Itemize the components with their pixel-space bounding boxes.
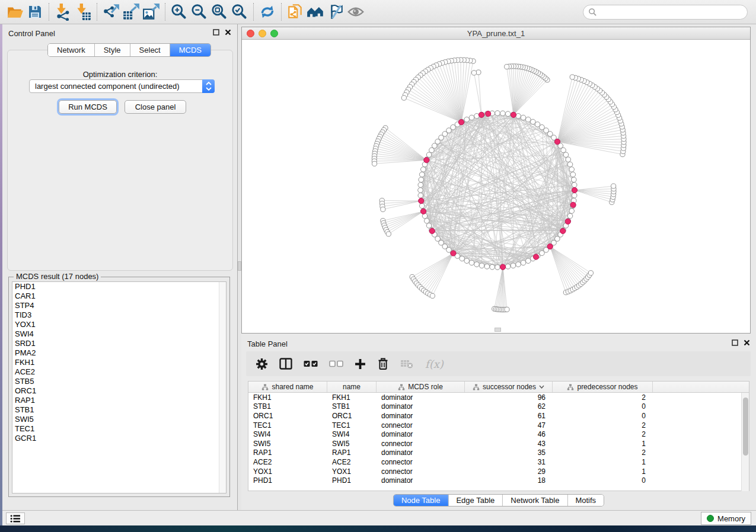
column-header-filler [653, 382, 749, 392]
table-cell: TEC1 [248, 421, 327, 430]
mcds-result-item[interactable]: ORC1 [12, 386, 226, 396]
mcds-result-item[interactable]: TEC1 [12, 424, 226, 434]
tab-edge-table[interactable]: Edge Table [448, 495, 503, 506]
table-row[interactable]: ORC1ORC1dominator610 [248, 411, 749, 421]
mcds-result-group: MCDS result (17 nodes) PHD1CAR1STP4TID3Y… [8, 277, 230, 497]
desktop-wallpaper-bottom [0, 525, 756, 532]
search-field[interactable] [583, 5, 748, 20]
scrollbar-thumb[interactable] [743, 398, 748, 456]
zoom-fit-button[interactable] [209, 2, 229, 22]
memory-button[interactable]: Memory [701, 512, 751, 525]
table-settings-gear-icon[interactable] [256, 358, 268, 370]
close-panel-icon[interactable] [744, 339, 750, 346]
mcds-result-item[interactable]: STP4 [12, 301, 226, 310]
open-session-button[interactable] [5, 2, 25, 22]
delete-table-icon-disabled [400, 358, 414, 369]
node-table: shared namename MCDS role successor node… [248, 381, 749, 491]
mcds-result-item[interactable]: PHD1 [12, 282, 226, 291]
network-window-titlebar[interactable]: YPA_prune.txt_1 [242, 27, 750, 40]
table-row[interactable]: RAP1RAP1dominator352 [248, 448, 749, 458]
table-row[interactable]: ACE2ACE2connector311 [248, 457, 749, 467]
mcds-result-item[interactable]: PMA2 [12, 348, 226, 358]
home-button[interactable] [305, 2, 326, 22]
criterion-dropdown[interactable]: largest connected component (undirected) [29, 79, 215, 93]
table-cell: 0 [553, 402, 653, 411]
search-input[interactable] [597, 8, 733, 17]
table-row[interactable]: SWI4SWI4dominator462 [248, 430, 749, 439]
table-cell: 43 [465, 440, 553, 448]
hide-style-button[interactable] [326, 2, 346, 22]
import-network-button[interactable] [53, 2, 73, 22]
deselect-all-icon[interactable] [329, 360, 343, 367]
table-row[interactable]: YOX1YOX1connector291 [248, 467, 749, 476]
tab-select[interactable]: Select [130, 44, 170, 56]
tab-style[interactable]: Style [95, 44, 130, 56]
network-document-icon [286, 3, 304, 21]
table-row[interactable]: TEC1TEC1connector472 [248, 421, 749, 430]
close-panel-icon[interactable] [225, 29, 231, 36]
float-window-icon[interactable] [213, 29, 219, 36]
zoom-selected-button[interactable] [229, 2, 250, 22]
float-window-icon[interactable] [732, 339, 738, 346]
table-panel: Table Panel [241, 335, 756, 510]
column-header-name[interactable]: name [327, 382, 377, 392]
show-hide-button[interactable] [346, 2, 366, 22]
list-scrollbar[interactable] [219, 282, 226, 493]
export-table-button[interactable] [121, 2, 141, 22]
refresh-button[interactable] [257, 2, 277, 22]
export-image-button[interactable] [141, 2, 161, 22]
attribute-type-icon [398, 384, 405, 390]
table-cell: TEC1 [327, 421, 377, 430]
table-cell: 0 [553, 412, 653, 420]
zoom-fit-icon [210, 3, 228, 21]
table-row[interactable]: FKH1FKH1dominator962 [248, 393, 749, 402]
show-columns-icon[interactable] [279, 358, 292, 370]
column-header-shared-name[interactable]: shared name [248, 382, 327, 392]
select-all-icon[interactable] [304, 360, 318, 367]
table-row[interactable]: SWI5SWI5connector431 [248, 439, 749, 448]
zoom-out-button[interactable] [189, 2, 209, 22]
tab-network-table[interactable]: Network Table [503, 495, 567, 506]
column-header-MCDS-role[interactable]: MCDS role [377, 382, 465, 392]
add-column-icon[interactable] [355, 358, 366, 370]
tab-mcds[interactable]: MCDS [170, 44, 210, 56]
mcds-result-item[interactable]: SRD1 [12, 339, 226, 348]
tab-network[interactable]: Network [48, 44, 95, 56]
zoom-in-button[interactable] [169, 2, 189, 22]
table-row[interactable]: PHD1PHD1dominator180 [248, 476, 749, 485]
run-mcds-button[interactable]: Run MCDS [59, 100, 117, 114]
dropdown-stepper-icon [202, 79, 215, 93]
save-session-button[interactable] [25, 2, 45, 22]
mcds-result-item[interactable]: STB5 [12, 377, 226, 386]
desktop-wallpaper-edge [0, 24, 2, 525]
tab-node-table[interactable]: Node Table [394, 495, 449, 506]
mcds-result-item[interactable]: YOX1 [12, 320, 226, 329]
tab-motifs[interactable]: Motifs [567, 495, 604, 506]
export-network-button[interactable] [101, 2, 121, 22]
delete-column-trash-icon[interactable] [377, 358, 389, 370]
canvas-scroll-handle[interactable] [495, 328, 501, 332]
mcds-result-item[interactable]: SWI4 [12, 329, 226, 339]
network-from-file-button[interactable] [285, 2, 305, 22]
table-cell: 62 [465, 402, 553, 411]
table-cell: 18 [465, 476, 553, 485]
mcds-result-item[interactable]: ACE2 [12, 367, 226, 377]
close-panel-button[interactable]: Close panel [125, 100, 186, 114]
network-canvas[interactable] [242, 40, 750, 333]
mcds-result-list[interactable]: PHD1CAR1STP4TID3YOX1SWI4SRD1PMA2FKH1ACE2… [12, 281, 227, 493]
mcds-result-item[interactable]: STB1 [12, 405, 226, 415]
table-row[interactable]: STB1STB1dominator620 [248, 402, 749, 412]
import-table-button[interactable] [73, 2, 93, 22]
column-header-successor-nodes[interactable]: successor nodes [465, 382, 553, 392]
table-scrollbar[interactable] [741, 393, 749, 491]
task-history-button[interactable] [6, 512, 25, 524]
mcds-result-item[interactable]: RAP1 [12, 396, 226, 405]
mcds-result-item[interactable]: FKH1 [12, 358, 226, 367]
mcds-result-item[interactable]: GCR1 [12, 434, 226, 443]
column-header-predecessor-nodes[interactable]: predecessor nodes [553, 382, 653, 392]
mcds-result-item[interactable]: CAR1 [12, 291, 226, 301]
status-bar: Memory [2, 510, 756, 525]
mcds-result-item[interactable]: SWI5 [12, 415, 226, 424]
network-graph[interactable] [242, 40, 750, 333]
mcds-result-item[interactable]: TID3 [12, 310, 226, 320]
